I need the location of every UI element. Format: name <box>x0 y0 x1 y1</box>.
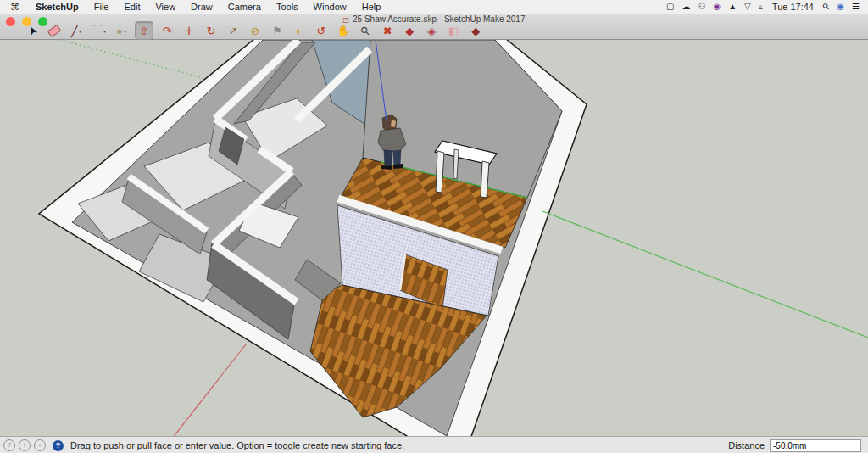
get-models-icon: ◧ <box>448 25 459 37</box>
arc-icon: ⌒ <box>92 23 103 38</box>
share-model-icon: ◆ <box>471 25 480 37</box>
window-toolbar: ◳25 Shaw Accurate.skp - SketchUp Make 20… <box>0 14 868 40</box>
green-axis-ground <box>542 211 868 338</box>
tool-text[interactable]: ⚑ <box>269 22 286 39</box>
menu-item-edit[interactable]: Edit <box>116 2 147 12</box>
menu-item-view[interactable]: View <box>147 2 183 12</box>
tool-rotate[interactable]: ↻ <box>203 22 220 39</box>
scale-icon: ↗ <box>229 25 238 37</box>
tool-next[interactable]: ◈ <box>423 22 440 39</box>
person-leg <box>393 150 401 165</box>
shapes-icon: ● <box>116 25 123 37</box>
push-pull-icon: ⇧ <box>140 25 149 37</box>
menu-item-window[interactable]: Window <box>306 2 354 12</box>
zoom-extents-icon: ✖ <box>383 25 392 37</box>
next-icon: ◈ <box>427 25 436 37</box>
line-icon: ╱ <box>71 25 78 37</box>
tool-palette: ➤╱▾⌒▾●▾⇧↷✛↻↗⊘⚑◐↺✋⚲✖◆◈◧◆ <box>24 21 484 40</box>
zoom-icon: ⚲ <box>359 23 373 37</box>
siri-icon[interactable]: ◉ <box>837 0 844 14</box>
purple-app-icon[interactable]: ◉ <box>713 0 721 14</box>
tool-zoom[interactable]: ⚲ <box>357 22 374 39</box>
distance-label: Distance <box>728 440 765 450</box>
tool-follow-me[interactable]: ↷ <box>159 22 175 39</box>
cloud-upload-icon[interactable]: ☁ <box>682 0 690 14</box>
tool-scale[interactable]: ↗ <box>225 22 242 39</box>
red-axis <box>159 344 246 436</box>
viewport-scene <box>0 39 868 436</box>
menubar-status-area: ▢☁⚇◉▲▽▵ Tue 17:44 ⚲ ◉ ☰ <box>666 0 868 14</box>
tool-tape-measure[interactable]: ⊘ <box>247 22 264 39</box>
menu-item-sketchup[interactable]: SketchUp <box>28 2 86 12</box>
tool-push-pull[interactable]: ⇧ <box>135 21 153 40</box>
eject-icon[interactable]: ▵ <box>759 0 763 14</box>
model-viewport[interactable] <box>0 39 868 436</box>
menu-item-help[interactable]: Help <box>354 2 389 12</box>
help-icon[interactable]: ? <box>53 440 64 451</box>
display-icon[interactable]: ▢ <box>666 0 674 14</box>
pan-icon: ✋ <box>337 25 350 37</box>
dropdown-caret-icon[interactable]: ▾ <box>103 28 106 34</box>
tool-select[interactable]: ➤ <box>24 22 41 39</box>
green-axis-dotted <box>51 39 203 78</box>
menu-item-camera[interactable]: Camera <box>220 2 269 12</box>
follow-me-icon: ↷ <box>163 25 172 37</box>
menu-search-icon[interactable]: ⚲ <box>819 0 832 14</box>
credits-icon[interactable]: i <box>19 439 31 451</box>
previous-icon: ◆ <box>405 25 414 37</box>
notification-center-icon[interactable]: ☰ <box>852 0 860 14</box>
shield-icon[interactable]: ▽ <box>744 0 751 14</box>
menu-item-file[interactable]: File <box>86 2 117 12</box>
eraser-icon <box>47 24 62 36</box>
person-shoe <box>393 164 403 169</box>
geolocation-icon[interactable]: ? <box>3 439 15 451</box>
tool-line[interactable]: ╱▾ <box>68 22 85 39</box>
tool-share-model[interactable]: ◆ <box>467 22 484 39</box>
tool-eraser[interactable] <box>46 22 63 39</box>
dropdown-caret-icon[interactable]: ▾ <box>79 28 81 34</box>
tool-arc[interactable]: ⌒▾ <box>90 22 108 39</box>
rotate-icon: ↻ <box>207 25 216 37</box>
menubar-system-icons: ▢☁⚇◉▲▽▵ <box>666 0 763 14</box>
move-icon: ✛ <box>185 25 194 37</box>
menu-bar: ⌘ SketchUpFileEditViewDrawCameraToolsWin… <box>0 0 868 14</box>
dropdown-caret-icon[interactable]: ▾ <box>124 28 126 34</box>
orbit-icon: ↺ <box>317 25 326 37</box>
statusbar-icons: ?i• <box>0 439 46 451</box>
play-icon[interactable]: ▲ <box>728 0 737 14</box>
tape-measure-icon: ⊘ <box>251 25 260 37</box>
tool-shapes[interactable]: ●▾ <box>113 22 130 39</box>
paint-bucket-icon: ◐ <box>296 25 303 37</box>
tool-paint-bucket[interactable]: ◐ <box>291 22 308 39</box>
status-bar: ?i• ? Drag to push or pull face or enter… <box>0 436 868 453</box>
tool-zoom-extents[interactable]: ✖ <box>379 22 396 39</box>
menu-item-draw[interactable]: Draw <box>183 2 220 12</box>
tool-get-models[interactable]: ◧ <box>445 22 462 39</box>
app-menus: SketchUpFileEditViewDrawCameraToolsWindo… <box>28 2 388 12</box>
cloud-sync-icon[interactable]: ⚇ <box>698 0 705 14</box>
apple-menu-icon[interactable]: ⌘ <box>0 2 28 13</box>
menu-item-tools[interactable]: Tools <box>269 2 306 12</box>
distance-input[interactable] <box>770 439 861 452</box>
tool-hint-text: Drag to push or pull face or enter value… <box>70 440 404 450</box>
tool-previous[interactable]: ◆ <box>401 22 418 39</box>
person-leg <box>384 150 392 166</box>
select-icon: ➤ <box>25 24 40 37</box>
text-icon: ⚑ <box>272 25 282 37</box>
tool-move[interactable]: ✛ <box>181 22 198 39</box>
claim-credit-icon[interactable]: • <box>34 439 46 451</box>
tool-pan[interactable]: ✋ <box>335 22 352 39</box>
menubar-clock[interactable]: Tue 17:44 <box>771 2 815 12</box>
tool-orbit[interactable]: ↺ <box>313 22 330 39</box>
